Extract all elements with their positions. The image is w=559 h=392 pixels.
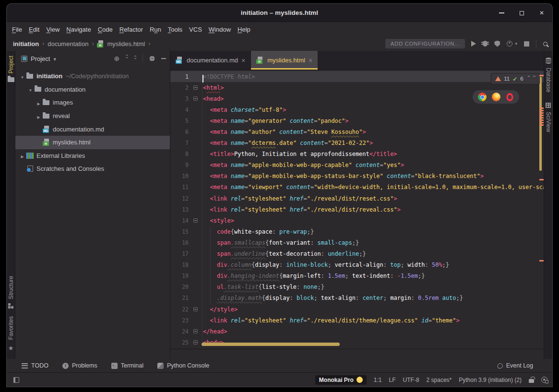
horizontal-scrollbar[interactable] xyxy=(202,343,340,346)
indent-widget[interactable]: 2 spaces* xyxy=(427,377,452,383)
code-line-7[interactable]: 7 <meta name="dcterms.date" content="202… xyxy=(170,138,544,149)
code-line-13[interactable]: 13 <link rel="stylesheet" href="./reveal… xyxy=(170,204,544,215)
next-problem-icon[interactable] xyxy=(533,74,535,83)
chevron-down-icon[interactable] xyxy=(53,54,56,63)
menu-navigate[interactable]: Navigate xyxy=(63,24,94,35)
fold-marker-icon[interactable] xyxy=(193,96,198,101)
debug-icon[interactable] xyxy=(483,41,488,47)
chevron-expanded-icon[interactable] xyxy=(26,85,35,94)
tool-stripe-sciview[interactable]: SciView xyxy=(545,103,552,132)
event-log-button[interactable]: Event Log xyxy=(498,362,533,369)
code-line-8[interactable]: 8 <title>Python, Initiation et approfond… xyxy=(170,149,544,160)
menu-refactor[interactable]: Refactor xyxy=(116,24,146,35)
highlighting-level-icon[interactable] xyxy=(541,377,547,383)
profiler-button[interactable]: ▾ xyxy=(507,41,517,47)
code-line-15[interactable]: 15 code{white-space: pre-wrap;} xyxy=(170,226,544,237)
add-configuration-button[interactable]: ADD CONFIGURATION... xyxy=(385,39,465,48)
breadcrumb-folder[interactable]: documentation xyxy=(48,40,88,48)
chevron-expanded-icon[interactable] xyxy=(18,72,26,81)
menu-edit[interactable]: Edit xyxy=(25,24,43,35)
line-ending-widget[interactable]: LF xyxy=(389,377,396,383)
close-button[interactable] xyxy=(538,9,546,17)
todo-toolwindow-button[interactable]: TODO xyxy=(22,362,48,369)
close-icon[interactable] xyxy=(309,56,312,65)
tree-item-scratches-and-consoles[interactable]: Scratches and Consoles xyxy=(15,162,170,176)
tree-item-documentation.md[interactable]: MDdocumentation.md xyxy=(15,122,170,136)
search-icon[interactable] xyxy=(543,42,547,46)
project-panel-title[interactable]: Project xyxy=(31,55,50,62)
code-line-14[interactable]: 14 <style> xyxy=(170,215,544,226)
interpreter-widget[interactable]: Python 3.9 (initiation) (2) xyxy=(459,377,522,383)
code-editor[interactable]: 1<!DOCTYPE html>2<html>3<head>4 <meta ch… xyxy=(170,70,544,359)
tool-stripe-database[interactable]: Database xyxy=(545,58,552,92)
code-line-4[interactable]: 4 <meta charset="utf-8"> xyxy=(170,104,544,115)
inspections-widget[interactable]: 11 6 xyxy=(491,73,540,84)
restore-layout-icon[interactable] xyxy=(13,377,19,383)
menu-view[interactable]: View xyxy=(43,24,63,35)
title-bar[interactable]: initiation – myslides.html xyxy=(7,4,552,22)
chevron-collapsed-icon[interactable] xyxy=(35,98,43,107)
fold-marker-icon[interactable] xyxy=(193,218,198,223)
tab-documentation.md[interactable]: MDdocumentation.md xyxy=(170,51,251,70)
menu-window[interactable]: Window xyxy=(205,24,234,35)
menu-tools[interactable]: Tools xyxy=(165,24,186,35)
chevron-collapsed-icon[interactable] xyxy=(18,151,26,160)
lock-icon[interactable] xyxy=(529,379,534,383)
hide-panel-icon[interactable] xyxy=(161,58,166,59)
problems-toolwindow-button[interactable]: Problems xyxy=(62,362,97,369)
tree-item-myslides.html[interactable]: Hmyslides.html xyxy=(15,136,170,149)
tool-stripe-favorites[interactable]: Favorites xyxy=(8,316,14,352)
tree-item-reveal[interactable]: reveal xyxy=(15,109,170,123)
code-line-18[interactable]: 18 div.column{display: inline-block; ver… xyxy=(170,260,544,271)
minimize-button[interactable] xyxy=(498,9,505,17)
select-opened-file-icon[interactable] xyxy=(114,54,120,63)
chrome-icon[interactable] xyxy=(478,93,487,101)
expand-all-icon[interactable] xyxy=(126,56,128,61)
python-console-toolwindow-button[interactable]: Python Console xyxy=(157,362,209,369)
fold-marker-icon[interactable] xyxy=(193,329,198,333)
chevron-collapsed-icon[interactable] xyxy=(35,112,43,120)
code-line-9[interactable]: 9 <meta name="apple-mobile-web-app-capab… xyxy=(170,160,544,171)
code-line-10[interactable]: 10 <meta name="apple-mobile-web-app-stat… xyxy=(170,171,544,182)
maximize-button[interactable] xyxy=(518,9,525,17)
code-line-24[interactable]: 24</head> xyxy=(170,326,544,337)
code-line-5[interactable]: 5 <meta name="generator" content="pandoc… xyxy=(170,115,544,126)
tree-item-documentation[interactable]: documentation xyxy=(15,83,170,96)
collapse-all-icon[interactable] xyxy=(134,56,136,62)
breadcrumb-file[interactable]: H myslides.html xyxy=(97,40,145,48)
breadcrumb-project[interactable]: initiation xyxy=(13,40,39,48)
tab-myslides.html[interactable]: Hmyslides.html xyxy=(251,51,318,70)
tree-item-initiation[interactable]: initiation~/Code/python/initiation xyxy=(15,70,170,83)
tree-item-images[interactable]: images xyxy=(15,96,170,109)
code-line-6[interactable]: 6 <meta name="author" content="Steve Kos… xyxy=(170,126,544,137)
code-line-17[interactable]: 17 span.underline{text-decoration: under… xyxy=(170,249,544,260)
tool-stripe-structure[interactable]: Structure xyxy=(8,276,14,309)
fold-marker-icon[interactable] xyxy=(193,85,198,90)
menu-run[interactable]: Run xyxy=(146,24,165,35)
firefox-icon[interactable] xyxy=(492,93,500,101)
code-line-12[interactable]: 12 <link rel="stylesheet" href="./reveal… xyxy=(170,193,544,204)
caret-position-widget[interactable]: 1:1 xyxy=(374,377,382,383)
run-icon[interactable] xyxy=(471,41,476,47)
terminal-toolwindow-button[interactable]: Terminal xyxy=(111,362,143,369)
fold-marker-icon[interactable] xyxy=(193,307,198,311)
vertical-scrollbar[interactable] xyxy=(539,77,542,171)
gear-icon[interactable] xyxy=(149,56,155,61)
theme-badge[interactable]: Monokai Pro xyxy=(315,375,367,385)
code-line-20[interactable]: 20 ul.task-list{list-style: none;} xyxy=(170,282,544,293)
code-line-19[interactable]: 19 div.hanging-indent{margin-left: 1.5em… xyxy=(170,271,544,282)
menu-code[interactable]: Code xyxy=(95,24,116,35)
tool-stripe-project[interactable]: Project xyxy=(8,56,14,82)
code-line-22[interactable]: 22 </style> xyxy=(170,304,544,315)
code-line-23[interactable]: 23 <link rel="stylesheet" href="./reveal… xyxy=(170,315,544,326)
close-icon[interactable] xyxy=(241,56,245,65)
menu-vcs[interactable]: VCS xyxy=(186,24,205,35)
code-line-16[interactable]: 16 span.smallcaps{font-variant: small-ca… xyxy=(170,237,544,248)
code-line-1[interactable]: 1<!DOCTYPE html> xyxy=(170,71,544,82)
menu-file[interactable]: File xyxy=(9,24,25,35)
encoding-widget[interactable]: UTF-8 xyxy=(403,377,419,383)
code-line-21[interactable]: 21 .display.math{display: block; text-al… xyxy=(170,293,544,304)
code-line-11[interactable]: 11 <meta name="viewport" content="width=… xyxy=(170,182,544,193)
fold-marker-icon[interactable] xyxy=(193,340,198,344)
coverage-icon[interactable] xyxy=(494,41,500,47)
